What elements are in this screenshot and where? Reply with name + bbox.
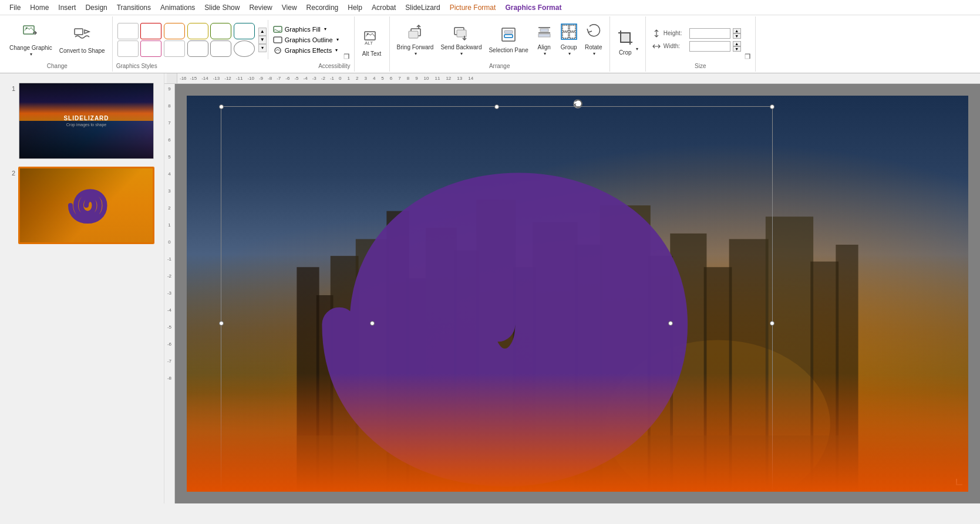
slide-num-1: 1 [6, 85, 15, 92]
menu-slidelizard[interactable]: SlideLizard [400, 2, 444, 13]
size-group-label: Size [695, 62, 706, 70]
menu-slideshow[interactable]: Slide Show [200, 2, 244, 13]
selection-pane-icon [500, 26, 517, 46]
ruler-horizontal: -16 -15 -14 -13 -12 -11 -10 -9 -8 -7 -6 … [164, 73, 980, 84]
sep1 [268, 20, 268, 59]
slide2-background [20, 168, 153, 242]
convert-shape-button[interactable]: Convert to Shape [56, 23, 109, 57]
svg-rect-21 [570, 25, 575, 31]
svg-rect-10 [409, 31, 418, 38]
change-group-label: Change [47, 62, 68, 70]
gallery-scroll-down[interactable]: ▼ [258, 36, 267, 44]
shape-style-10[interactable] [187, 40, 208, 57]
slide1-title: SLIDELIZARD [63, 115, 109, 121]
menu-review[interactable]: Review [244, 2, 277, 13]
width-spin-up[interactable]: ▲ [733, 41, 741, 46]
menu-recording[interactable]: Recording [302, 2, 343, 13]
slide-thumb-2: 2 [5, 166, 159, 245]
rotate-handle-top[interactable] [572, 98, 584, 111]
height-label: Height: [664, 30, 687, 36]
ribbon-content: Change Graphic ▾ Convert to Shape Change [0, 15, 980, 73]
size-expand[interactable] [743, 52, 752, 62]
slide-canvas[interactable] [187, 96, 968, 492]
change-graphic-button[interactable]: Change Graphic ▾ [6, 20, 56, 59]
height-row: Height: ▲ ▼ [652, 28, 741, 39]
height-spin-up[interactable]: ▲ [733, 28, 741, 33]
group-label: Group [561, 44, 577, 51]
menu-design[interactable]: Design [80, 2, 112, 13]
slide-image-2[interactable] [19, 167, 154, 244]
svg-rect-15 [504, 35, 513, 38]
graphics-fill-icon [273, 26, 282, 33]
slide-image-1[interactable]: SLIDELIZARD Crop images to shape [19, 83, 154, 159]
rotate-label: Rotate [585, 44, 602, 51]
shape-style-2[interactable] [140, 23, 161, 39]
selection-pane-button[interactable]: Selection Pane [485, 23, 531, 56]
accessibility-label: Accessibility [318, 63, 350, 69]
shape-style-7[interactable] [117, 40, 139, 57]
group-button[interactable]: Group ▾ [557, 21, 581, 59]
graphics-effects-button[interactable]: Graphics Effects ▾ [271, 46, 341, 55]
rotate-button[interactable]: Rotate ▾ [581, 21, 606, 59]
shape-style-8[interactable] [140, 40, 161, 57]
crop-content: Crop ▾ [614, 18, 642, 68]
menu-graphics-format[interactable]: Graphics Format [500, 2, 566, 13]
gallery-expand[interactable]: ▾ [258, 44, 267, 52]
size-inputs: Height: ▲ ▼ Width: [649, 26, 743, 54]
graphics-styles-expand[interactable] [342, 52, 351, 62]
rotate-arrow: ▾ [593, 51, 595, 56]
group-icon [560, 23, 578, 43]
menu-home[interactable]: Home [25, 2, 53, 13]
gallery-scrollbar: ▲ ▼ ▾ [258, 28, 267, 52]
height-spin-down[interactable]: ▼ [733, 33, 741, 39]
align-button[interactable]: Align ▾ [532, 21, 557, 59]
shape-style-3[interactable] [164, 23, 185, 39]
shape-style-12[interactable] [234, 40, 255, 57]
shape-style-11[interactable] [210, 40, 231, 57]
menu-transitions[interactable]: Transitions [112, 2, 156, 13]
gallery-scroll-up[interactable]: ▲ [258, 28, 267, 36]
menu-animations[interactable]: Animations [156, 2, 200, 13]
shape-style-4[interactable] [187, 23, 208, 39]
svg-rect-2 [75, 29, 83, 35]
shape-style-1[interactable] [117, 23, 139, 39]
shape-style-6[interactable] [234, 23, 255, 39]
slide2-spiral-thumb [60, 179, 113, 232]
shape-style-5[interactable] [210, 23, 231, 39]
crop-icon [617, 29, 634, 48]
svg-rect-25 [621, 33, 630, 42]
align-label: Align [538, 44, 551, 51]
menu-bar: File Home Insert Design Transitions Anim… [0, 0, 980, 15]
menu-acrobat[interactable]: Acrobat [367, 2, 400, 13]
ribbon-group-change: Change Graphic ▾ Convert to Shape Change [2, 16, 113, 72]
ribbon-group-size: Height: ▲ ▼ Width: [646, 16, 756, 72]
graphics-menu: Graphics Fill ▾ Graphics Outline ▾ [270, 23, 342, 56]
main-area: 1 SLIDELIZARD Crop images to shape 2 [0, 73, 980, 503]
graphics-fill-button[interactable]: Graphics Fill ▾ [271, 25, 341, 34]
menu-file[interactable]: File [5, 2, 25, 13]
menu-picture-format[interactable]: Picture Format [445, 2, 501, 13]
svg-rect-14 [504, 31, 513, 33]
graphics-fill-label: Graphics Fill [285, 26, 321, 33]
bring-forward-button[interactable]: Bring Forward ▾ [393, 21, 437, 59]
crop-button[interactable]: Crop ▾ [614, 27, 642, 59]
height-input[interactable] [689, 28, 730, 39]
svg-point-7 [367, 33, 369, 35]
svg-point-1 [26, 28, 28, 29]
width-spin-down[interactable]: ▼ [733, 46, 741, 52]
shape-style-9[interactable] [164, 40, 185, 57]
alt-text-button[interactable]: ALT Alt Text [359, 26, 385, 60]
slide-panel: 1 SLIDELIZARD Crop images to shape 2 [0, 73, 164, 503]
align-arrow: ▾ [544, 51, 546, 56]
graphics-fill-arrow: ▾ [324, 26, 326, 32]
selection-pane-label: Selection Pane [489, 47, 528, 54]
graphics-outline-button[interactable]: Graphics Outline ▾ [271, 35, 341, 45]
svg-point-5 [275, 48, 281, 53]
ruler-corner [167, 73, 177, 83]
menu-insert[interactable]: Insert [53, 2, 80, 13]
send-backward-icon [452, 23, 470, 43]
width-input[interactable] [689, 41, 730, 52]
send-backward-button[interactable]: Send Backward ▾ [437, 21, 485, 59]
menu-view[interactable]: View [277, 2, 302, 13]
menu-help[interactable]: Help [343, 2, 367, 13]
